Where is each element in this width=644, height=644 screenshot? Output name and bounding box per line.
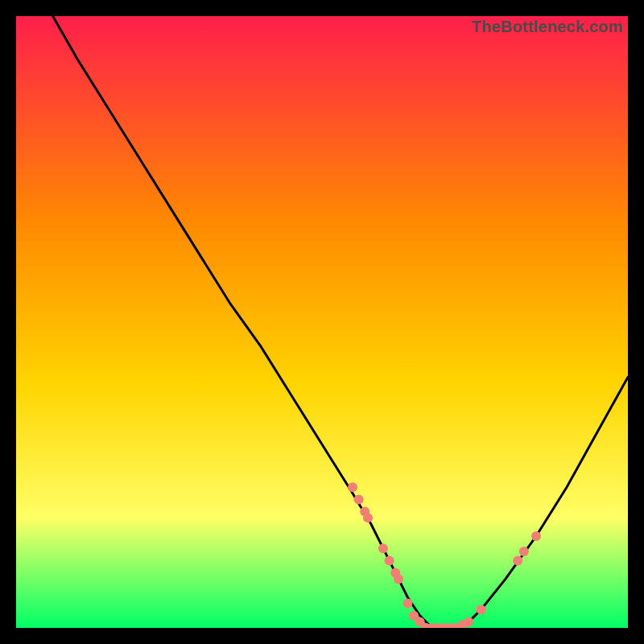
curve-marker <box>348 482 357 492</box>
chart-frame: TheBottleneck.com <box>16 16 628 628</box>
curve-marker <box>394 574 403 584</box>
curve-marker <box>513 555 522 565</box>
curve-marker <box>531 531 541 541</box>
curve-marker <box>354 494 364 504</box>
curve-marker <box>385 555 394 565</box>
curve-marker <box>477 605 486 614</box>
watermark-text: TheBottleneck.com <box>472 18 623 36</box>
curve-marker <box>402 599 412 609</box>
curve-marker <box>363 513 373 522</box>
chart-svg <box>16 16 628 628</box>
curve-marker <box>464 617 473 626</box>
curve-marker <box>519 547 529 556</box>
curve-marker <box>378 543 388 553</box>
